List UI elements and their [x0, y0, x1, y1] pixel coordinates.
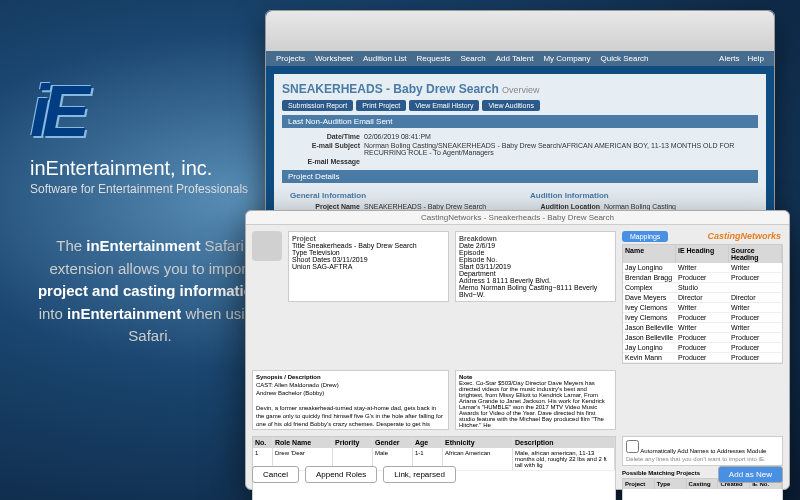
- nav-item[interactable]: Requests: [417, 54, 451, 63]
- notes-text: Exec. Co-Star $503/Day Director Dave Mey…: [459, 380, 605, 428]
- synopsis-text: CAST: Allen Maldonado (Drew) Andrew Bach…: [256, 382, 443, 430]
- label: Date: [459, 242, 474, 249]
- brand-title: inEntertainment, inc.: [30, 157, 248, 180]
- cancel-button[interactable]: Cancel: [252, 466, 299, 483]
- site-nav: Projects Worksheet Audition List Request…: [266, 51, 774, 66]
- col-header: Gender: [373, 437, 413, 448]
- col-header: No.: [253, 437, 273, 448]
- nav-item[interactable]: Quick Search: [601, 54, 649, 63]
- col-header: Ethnicity: [443, 437, 513, 448]
- view-email-history-button[interactable]: View Email History: [409, 100, 479, 111]
- col-header: iE Heading: [676, 245, 729, 263]
- browser-chrome: [266, 11, 774, 51]
- label: Memo: [459, 284, 478, 291]
- auto-add-note: Delete any lines that you don't want to …: [626, 456, 779, 462]
- people-row[interactable]: Ivey ClemonsProducerProducer: [623, 313, 782, 323]
- people-row[interactable]: Brendan BraggProducerProducer: [623, 273, 782, 283]
- col-header: Priority: [333, 437, 373, 448]
- import-dialog: CastingNetworks - Sneakerheads - Baby Dr…: [245, 210, 790, 490]
- tagline: The inEntertainment Safari extension all…: [30, 235, 270, 348]
- append-roles-button[interactable]: Append Roles: [305, 466, 377, 483]
- brand-subtitle: Software for Entertainment Professionals: [30, 182, 248, 196]
- import-app-icon: [252, 231, 282, 261]
- page-subtitle: Overview: [502, 85, 540, 95]
- nav-item[interactable]: Add Talent: [496, 54, 534, 63]
- value: 03/11/2019: [476, 263, 511, 270]
- col-header: Age: [413, 437, 443, 448]
- label: Project Name: [290, 203, 360, 210]
- import-window-title: CastingNetworks - Sneakerheads - Baby Dr…: [246, 211, 789, 225]
- link-reparsed-button[interactable]: Link, reparsed: [383, 466, 456, 483]
- people-row[interactable]: ComplexStudio: [623, 283, 782, 293]
- value: 8111 Beverly Blvd.: [492, 277, 550, 284]
- project-panel-header: Project: [292, 235, 445, 242]
- people-row[interactable]: Jason BellevilleProducerProducer: [623, 333, 782, 343]
- value: Sneakerheads - Baby Drew Search: [307, 242, 417, 249]
- value: SAG-AFTRA: [312, 263, 352, 270]
- col-header: Source Heading: [729, 245, 782, 263]
- casting-networks-logo: CastingNetworks: [707, 231, 781, 241]
- add-as-new-button[interactable]: Add as New: [718, 466, 783, 483]
- audition-info-header: Audition Information: [530, 191, 750, 200]
- mappings-button[interactable]: Mappings: [622, 231, 668, 242]
- label: Type: [292, 249, 307, 256]
- synopsis-header: Synopsis / Description: [256, 374, 321, 380]
- label: E-mail Subject: [290, 142, 360, 156]
- nav-help[interactable]: Help: [748, 54, 764, 63]
- label: Episode No.: [459, 256, 497, 263]
- general-info-header: General Information: [290, 191, 510, 200]
- col-header: Description: [513, 437, 615, 448]
- nav-alerts[interactable]: Alerts: [719, 54, 739, 63]
- label: Union: [292, 263, 310, 270]
- label: Episode: [459, 249, 484, 256]
- label: Date/Time: [290, 133, 360, 140]
- breakdown-panel-header: Breakdown: [459, 235, 612, 242]
- people-row[interactable]: Kevin MannProducerProducer: [623, 353, 782, 363]
- label: Title: [292, 242, 305, 249]
- page-title: SNEAKERHEADS - Baby Drew Search: [282, 82, 499, 96]
- value: 2/6/19: [476, 242, 495, 249]
- value: SNEAKERHEADS - Baby Drew Search: [364, 203, 486, 210]
- nav-item[interactable]: Audition List: [363, 54, 407, 63]
- view-auditions-button[interactable]: View Auditions: [482, 100, 539, 111]
- nav-item[interactable]: My Company: [543, 54, 590, 63]
- last-email-header: Last Non-Audition Email Sent: [282, 115, 758, 128]
- label: Shoot Dates: [292, 256, 331, 263]
- brand-logo: iE: [30, 70, 248, 152]
- value: Norman Boling Casting~8111 Beverly Blvd~…: [459, 284, 597, 298]
- print-project-button[interactable]: Print Project: [356, 100, 406, 111]
- people-row[interactable]: Jay LonginoProducerProducer: [623, 343, 782, 353]
- value: 02/06/2019 08:41:PM: [364, 133, 431, 140]
- label: Start: [459, 263, 474, 270]
- people-row[interactable]: Dave MeyersDirectorDirector: [623, 293, 782, 303]
- nav-item[interactable]: Projects: [276, 54, 305, 63]
- label: E-mail Message: [290, 158, 360, 165]
- col-header: Role Name: [273, 437, 333, 448]
- value: Television: [309, 249, 340, 256]
- nav-item[interactable]: Search: [460, 54, 485, 63]
- people-row[interactable]: Jason BellevilleWriterWriter: [623, 323, 782, 333]
- people-row[interactable]: Olive Bridge and Haven Enter.Prod. CoPro…: [623, 363, 782, 364]
- col-header: Name: [623, 245, 676, 263]
- project-details-header: Project Details: [282, 170, 758, 183]
- value: 03/11/2019: [332, 256, 367, 263]
- people-row[interactable]: Ivey ClemonsWriterWriter: [623, 303, 782, 313]
- nav-item[interactable]: Worksheet: [315, 54, 353, 63]
- submission-report-button[interactable]: Submission Report: [282, 100, 353, 111]
- label: Address 1: [459, 277, 491, 284]
- value: Norman Boling Casting/SNEAKERHEADS - Bab…: [364, 142, 750, 156]
- people-row[interactable]: Jay LonginoWriterWriter: [623, 263, 782, 273]
- auto-add-checkbox[interactable]: Automatically Add Names to Addresses Mod…: [626, 448, 766, 454]
- label: Department: [459, 270, 496, 277]
